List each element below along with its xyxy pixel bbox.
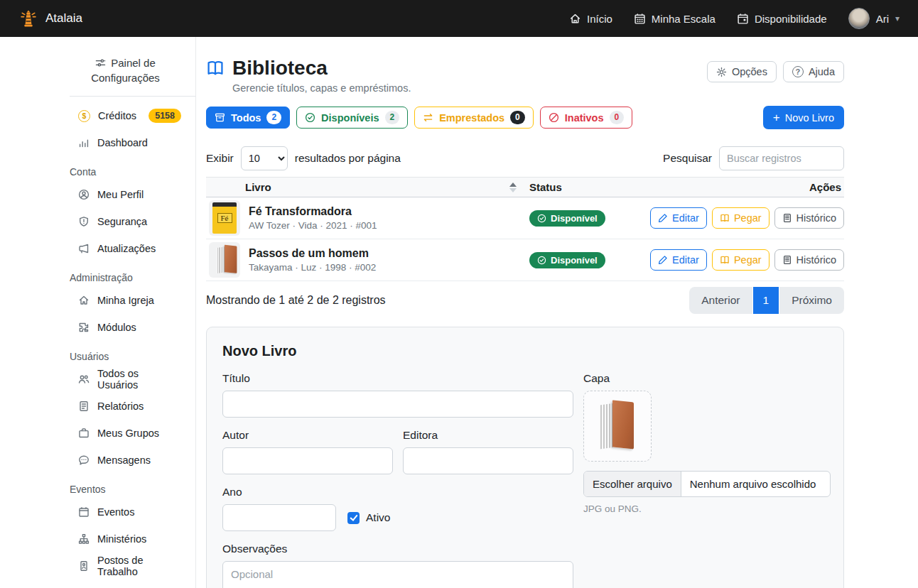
sidebar-item-ministerios[interactable]: Ministérios <box>70 526 181 552</box>
sidebar-item-eventos[interactable]: Eventos <box>70 499 181 526</box>
actions-cell: Editar Pegar Histórico <box>659 249 844 271</box>
nav-item-inicio[interactable]: Início <box>569 13 612 25</box>
check-circle-icon <box>537 214 546 223</box>
sort-icon[interactable] <box>509 183 517 192</box>
sidebar-item-meu-perfil[interactable]: Meu Perfil <box>70 181 181 208</box>
sidebar-section-usuarios: Usuários <box>70 347 181 366</box>
table-row: Fé Fé Transformadora AW Tozer · Vida · 2… <box>206 197 844 239</box>
lighthouse-logo-icon <box>18 9 38 28</box>
sidebar-item-label: Atualizações <box>97 243 156 254</box>
edit-button-label: Editar <box>672 212 699 224</box>
calendar-icon <box>78 506 90 518</box>
question-icon: ? <box>792 66 804 77</box>
nav-item-minha-escala[interactable]: Minha Escala <box>634 13 716 25</box>
caret-down-icon: ▾ <box>895 14 900 23</box>
column-header-livro[interactable]: Livro <box>206 181 529 193</box>
pagination-page-1[interactable]: 1 <box>752 287 779 314</box>
sidebar-item-atualizacoes[interactable]: Atualizações <box>70 235 181 262</box>
filter-chips-row: Todos 2 Disponíveis 2 Emprestados 0 <box>206 106 844 129</box>
book-cell: Passos de um homem Takayama · Luz · 1998… <box>206 242 529 278</box>
book-cover-thumbnail: Fé <box>209 200 240 236</box>
filter-todos[interactable]: Todos 2 <box>206 107 290 129</box>
ativo-checkbox-group[interactable]: Ativo <box>347 511 390 524</box>
calendar-event-icon <box>737 13 749 25</box>
filter-label: Emprestados <box>439 112 504 124</box>
table-header-row: Livro Status Ações <box>206 177 844 197</box>
sidebar-item-minha-igreja[interactable]: Minha Igreja <box>70 287 181 314</box>
badge-icon <box>78 560 90 572</box>
cover-text: Fé <box>217 213 232 223</box>
sidebar-item-relatorios[interactable]: Relatórios <box>70 393 181 420</box>
sidebar-item-meus-grupos[interactable]: Meus Grupos <box>70 420 181 447</box>
check-circle-icon <box>305 112 315 123</box>
new-book-button-label: Novo Livro <box>785 112 834 124</box>
form-right-column: Capa Escolher arquivo Nenhum arquivo esc… <box>583 361 831 588</box>
page-subtitle: Gerencie títulos, capas e empréstimos. <box>232 82 411 94</box>
ativo-checkbox[interactable] <box>347 512 360 524</box>
editora-field[interactable] <box>403 447 573 474</box>
bar-chart-icon <box>78 137 90 148</box>
sidebar-item-tipos-de-evento[interactable]: Tipos de Evento <box>70 579 181 588</box>
observacoes-label: Observações <box>222 543 573 555</box>
new-book-button[interactable]: + Novo Livro <box>763 106 844 129</box>
gear-icon <box>716 67 727 77</box>
take-button[interactable]: Pegar <box>712 249 770 271</box>
user-menu[interactable]: Ari ▾ <box>848 8 900 29</box>
ano-field[interactable] <box>222 504 336 531</box>
status-cell: Disponível <box>529 252 659 268</box>
pagination-next[interactable]: Próximo <box>779 287 844 314</box>
cover-file-input[interactable]: Escolher arquivo Nenhum arquivo escolhid… <box>583 471 831 497</box>
help-button[interactable]: ? Ajuda <box>783 61 844 82</box>
filter-emprestados[interactable]: Emprestados 0 <box>414 107 534 129</box>
ano-label: Ano <box>222 486 573 499</box>
brand-name: Atalaia <box>45 11 82 26</box>
take-button[interactable]: Pegar <box>712 207 770 229</box>
filter-disponiveis[interactable]: Disponíveis 2 <box>296 107 408 129</box>
page-title-block: Biblioteca Gerencie títulos, capas e emp… <box>206 57 411 94</box>
user-name: Ari <box>876 13 889 25</box>
edit-button[interactable]: Editar <box>650 207 707 229</box>
page-size-select[interactable]: 10 <box>241 146 288 170</box>
observacoes-field[interactable] <box>222 561 573 588</box>
book-cell: Fé Fé Transformadora AW Tozer · Vida · 2… <box>206 200 529 236</box>
editora-label: Editora <box>403 429 573 442</box>
megaphone-icon <box>78 243 90 254</box>
settings-sidebar: Painel de Configurações $ Créditos 5158 … <box>0 37 196 588</box>
autor-field[interactable] <box>222 447 393 474</box>
form-title: Novo Livro <box>222 343 831 359</box>
filter-count-badge: 2 <box>385 111 400 124</box>
nav-item-disponibilidade[interactable]: Disponibilidade <box>737 13 827 25</box>
history-button[interactable]: Histórico <box>774 207 844 229</box>
sidebar-item-creditos[interactable]: $ Créditos 5158 <box>70 102 181 129</box>
page-title: Biblioteca <box>232 57 328 80</box>
book-meta: AW Tozer · Vida · 2021 · #001 <box>249 220 377 231</box>
sidebar-item-todos-os-usuarios[interactable]: Todos os Usuários <box>70 366 181 393</box>
pagination-prev[interactable]: Anterior <box>689 287 752 314</box>
history-button-label: Histórico <box>796 212 836 224</box>
file-status-text: Nenhum arquivo escolhido <box>681 478 825 490</box>
results-summary: Mostrando de 1 até 2 de 2 registros <box>206 294 386 307</box>
titulo-field[interactable] <box>222 391 573 418</box>
history-button[interactable]: Histórico <box>774 249 844 271</box>
options-button[interactable]: Opções <box>707 61 777 82</box>
search-input[interactable] <box>719 146 844 170</box>
sidebar-item-postos-de-trabalho[interactable]: Postos de Trabalho <box>70 552 181 579</box>
sidebar-item-dashboard[interactable]: Dashboard <box>70 129 181 156</box>
calendar-grid-icon <box>634 13 646 25</box>
sidebar-item-mensagens[interactable]: Mensagens <box>70 447 181 474</box>
book-cover-thumbnail <box>209 242 240 278</box>
edit-button[interactable]: Editar <box>650 249 707 271</box>
sidebar-item-seguranca[interactable]: Segurança <box>70 208 181 235</box>
filter-inativos[interactable]: Inativos 0 <box>540 107 632 129</box>
help-button-label: Ajuda <box>809 66 835 77</box>
book-info: Passos de um homem Takayama · Luz · 1998… <box>249 247 376 273</box>
take-button-label: Pegar <box>734 212 762 224</box>
brand[interactable]: Atalaia <box>18 9 82 28</box>
status-badge: Disponível <box>529 252 605 268</box>
sidebar-item-modulos[interactable]: Módulos <box>70 314 181 341</box>
sitemap-icon <box>78 533 90 545</box>
sidebar-item-label: Créditos <box>98 110 136 121</box>
search-area: Pesquisar <box>663 146 844 170</box>
column-header-status[interactable]: Status <box>529 181 659 193</box>
choose-file-button[interactable]: Escolher arquivo <box>584 472 681 496</box>
